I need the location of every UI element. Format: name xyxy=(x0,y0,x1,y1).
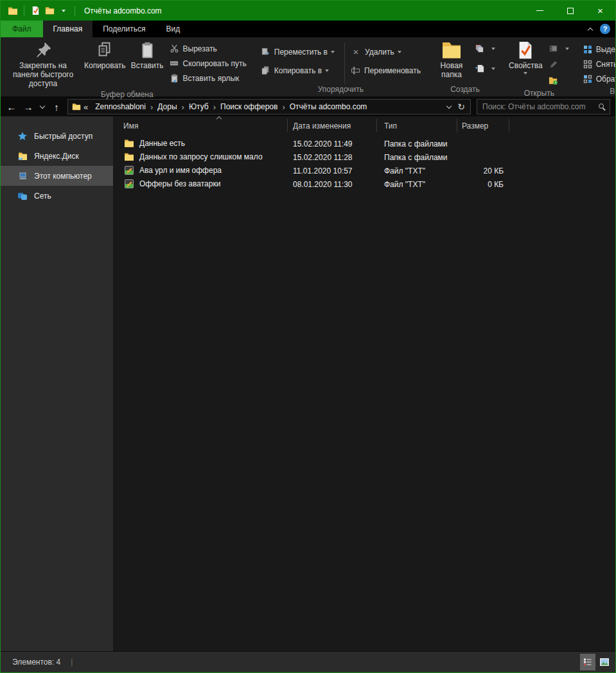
column-divider[interactable] xyxy=(287,119,288,132)
file-row[interactable]: Ава урл и имя оффера 11.01.2020 10:57 Фа… xyxy=(113,164,615,177)
navigation-pane: Быстрый доступ Яндекс.Диск Этот компьюте… xyxy=(1,116,113,651)
file-type: Папка с файлами xyxy=(384,153,448,162)
file-size: 0 КБ xyxy=(450,180,504,189)
copy-path-icon xyxy=(170,58,179,68)
address-bar[interactable]: « Zennoshabloni › Доры › Ютуб › Поиск оф… xyxy=(67,99,471,114)
delete-dropdown-icon[interactable] xyxy=(398,51,401,53)
properties-button[interactable]: Свойства xyxy=(506,39,545,76)
column-divider[interactable] xyxy=(457,119,457,132)
maximize-button[interactable] xyxy=(555,1,585,21)
rename-button[interactable]: Переименовать xyxy=(348,63,424,78)
thumbnail-view-button[interactable] xyxy=(597,654,612,670)
app-folder-icon xyxy=(6,3,20,19)
address-dropdown-icon[interactable] xyxy=(446,103,452,109)
sidebar-item-quick-access[interactable]: Быстрый доступ xyxy=(1,126,113,146)
sidebar-item-yandex-disk[interactable]: Яндекс.Диск xyxy=(1,146,113,166)
file-row[interactable]: Данных по запросу слишком мало 15.02.202… xyxy=(113,150,615,164)
select-none-label: Снять выделение xyxy=(596,60,616,69)
breadcrumb-item[interactable]: Доры xyxy=(153,102,181,111)
column-header-name[interactable]: Имя xyxy=(123,121,138,130)
delete-button[interactable]: × Удалить xyxy=(348,44,424,59)
qat-properties-icon[interactable] xyxy=(28,3,42,19)
select-all-button[interactable]: Выделить все xyxy=(580,42,616,57)
breadcrumb-item[interactable]: Zennoshabloni xyxy=(91,102,150,111)
ribbon-group-clipboard: Закрепить на панели быстрого доступа Коп… xyxy=(1,37,254,96)
paste-button[interactable]: Вставить xyxy=(128,39,166,71)
status-bar: Элементов: 4 | xyxy=(1,651,615,672)
tab-share[interactable]: Поделиться xyxy=(92,21,155,37)
copy-path-button[interactable]: Скопировать путь xyxy=(166,56,250,71)
rename-icon xyxy=(351,66,360,75)
easy-access-dropdown-icon[interactable] xyxy=(491,48,495,50)
easy-access-icon xyxy=(475,44,484,53)
edit-button[interactable] xyxy=(545,57,572,72)
file-name: Данных по запросу слишком мало xyxy=(139,152,263,161)
pin-label: Закрепить на панели быстрого доступа xyxy=(7,61,79,88)
column-divider[interactable] xyxy=(376,119,377,132)
copy-to-button[interactable]: Копировать в xyxy=(258,63,338,78)
easy-access-button[interactable] xyxy=(471,41,498,56)
invert-selection-icon xyxy=(583,75,592,84)
move-to-dropdown-icon[interactable] xyxy=(331,51,335,53)
search-box[interactable] xyxy=(477,99,610,114)
copy-to-dropdown-icon[interactable] xyxy=(325,69,329,72)
details-view-button[interactable] xyxy=(580,654,595,670)
help-icon[interactable]: ? xyxy=(600,24,610,34)
copy-button[interactable]: Копировать xyxy=(82,39,128,71)
group-label-select: Выделить xyxy=(576,86,616,96)
breadcrumb-overflow-button[interactable]: « xyxy=(81,102,91,112)
forward-button[interactable]: → xyxy=(20,98,37,115)
sort-ascending-icon xyxy=(216,116,222,121)
qat-customize-dropdown[interactable] xyxy=(57,3,71,19)
new-folder-button[interactable]: Новая папка xyxy=(432,39,471,80)
folder-icon xyxy=(124,152,134,162)
tab-file[interactable]: Файл xyxy=(1,21,43,37)
refresh-icon[interactable]: ↻ xyxy=(457,102,465,112)
invert-selection-label: Обратить выделение xyxy=(596,75,616,84)
close-button[interactable]: × xyxy=(585,1,615,21)
minimize-button[interactable] xyxy=(525,1,555,21)
group-label-open: Открыть xyxy=(502,88,576,98)
details-view-icon xyxy=(583,658,592,667)
collapse-ribbon-icon[interactable] xyxy=(588,27,593,32)
titlebar[interactable]: Отчёты adcombo.com × xyxy=(1,1,615,21)
cut-button[interactable]: Вырезать xyxy=(166,41,250,56)
column-header-type[interactable]: Тип xyxy=(384,121,397,130)
back-button[interactable]: ← xyxy=(3,98,20,115)
column-header-size[interactable]: Размер xyxy=(462,121,488,130)
column-header-date[interactable]: Дата изменения xyxy=(293,121,351,130)
select-none-button[interactable]: Снять выделение xyxy=(580,57,616,71)
column-divider[interactable] xyxy=(509,119,509,132)
cut-icon xyxy=(170,44,179,53)
new-item-icon xyxy=(475,64,484,73)
paste-shortcut-button[interactable]: Вставить ярлык xyxy=(166,71,250,85)
select-none-icon xyxy=(583,60,592,69)
open-with-button[interactable] xyxy=(545,73,572,88)
ribbon-home: Закрепить на панели быстрого доступа Коп… xyxy=(1,37,615,97)
sidebar-item-network[interactable]: Сеть xyxy=(1,186,113,206)
search-icon[interactable] xyxy=(599,103,604,109)
search-input[interactable] xyxy=(482,102,596,111)
recent-locations-button[interactable] xyxy=(37,98,48,115)
breadcrumb-item[interactable]: Поиск офферов xyxy=(216,102,282,111)
file-name: Офферы без аватарки xyxy=(139,179,220,188)
new-item-dropdown-icon[interactable] xyxy=(491,67,495,70)
folder-icon xyxy=(124,138,134,148)
breadcrumb-item[interactable]: Ютуб xyxy=(184,102,213,111)
new-item-button[interactable] xyxy=(471,61,498,76)
edit-icon xyxy=(549,60,558,69)
pin-to-quick-access-button[interactable]: Закрепить на панели быстрого доступа xyxy=(4,39,82,89)
invert-selection-button[interactable]: Обратить выделение xyxy=(580,71,616,86)
sidebar-item-this-pc[interactable]: Этот компьютер xyxy=(1,166,113,186)
history-button[interactable] xyxy=(545,41,572,56)
pin-icon xyxy=(33,40,53,60)
file-row[interactable]: Данные есть 15.02.2020 11:49 Папка с фай… xyxy=(113,137,615,150)
move-to-button[interactable]: Переместить в xyxy=(258,44,338,59)
tab-home[interactable]: Главная xyxy=(43,21,93,37)
file-row[interactable]: Офферы без аватарки 08.01.2020 11:30 Фай… xyxy=(113,177,615,191)
properties-dropdown-icon[interactable] xyxy=(524,72,527,75)
up-button[interactable]: ↑ xyxy=(48,98,65,115)
qat-new-folder-icon[interactable] xyxy=(42,3,57,19)
breadcrumb-item[interactable]: Отчёты adcombo.com xyxy=(285,102,372,111)
tab-view[interactable]: Вид xyxy=(155,21,190,37)
